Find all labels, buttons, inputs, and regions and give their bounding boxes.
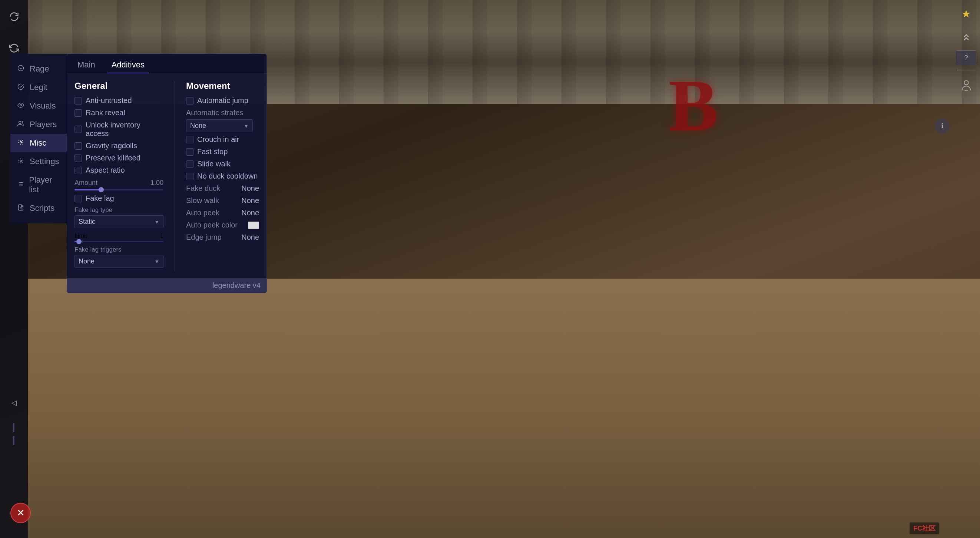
info-icon-btn[interactable]: ℹ — [935, 119, 950, 133]
fake-lag-type-dropdown[interactable]: Static ▼ — [75, 215, 164, 228]
fast-stop-label: Fast stop — [197, 148, 228, 156]
auto-jump-checkbox[interactable] — [186, 97, 194, 105]
chevrons-up-icon-btn[interactable] — [955, 27, 977, 48]
limit-slider-track[interactable] — [75, 241, 164, 242]
left-arrow-icon-btn[interactable]: ◁ — [5, 394, 23, 412]
nav-item-players[interactable]: Players — [10, 115, 67, 134]
player-list-icon — [16, 181, 24, 189]
crouch-in-air-checkbox[interactable] — [186, 136, 194, 143]
fake-lag-type-value: Static — [79, 218, 95, 225]
no-duck-cooldown-checkbox[interactable] — [186, 173, 194, 180]
fake-lag-triggers-label: Fake lag triggers — [75, 246, 164, 254]
auto-peek-value[interactable]: None — [241, 209, 259, 217]
anti-untrusted-checkbox[interactable] — [75, 97, 82, 105]
slide-walk-checkbox[interactable] — [186, 160, 194, 168]
fake-lag-type-label: Fake lag type — [75, 206, 164, 214]
checkbox-aspect-ratio[interactable]: Aspect ratio — [75, 166, 164, 175]
slide-walk-label: Slide walk — [197, 160, 231, 168]
checkbox-crouch-in-air[interactable]: Crouch in air — [186, 135, 259, 144]
dropdown-arrow-3: ▼ — [243, 123, 249, 129]
auto-peek-color-swatch[interactable] — [248, 222, 259, 229]
amount-label: Amount — [75, 179, 97, 187]
amount-slider-fill — [75, 189, 101, 190]
rage-icon — [16, 65, 25, 73]
checkbox-auto-jump[interactable]: Automatic jump — [186, 96, 259, 105]
checkbox-unlock-inventory[interactable]: Unlock inventory access — [75, 121, 164, 138]
nav-item-player-list[interactable]: Player list — [10, 171, 67, 199]
preserve-killfeed-checkbox[interactable] — [75, 154, 82, 162]
tab-main[interactable]: Main — [73, 57, 100, 73]
slow-walk-value[interactable]: None — [241, 196, 259, 205]
checkbox-slide-walk[interactable]: Slide walk — [186, 160, 259, 168]
checkbox-preserve-killfeed[interactable]: Preserve killfeed — [75, 154, 164, 162]
checkbox-no-duck-cooldown[interactable]: No duck cooldown — [186, 172, 259, 181]
tab-additives[interactable]: Additives — [107, 57, 149, 73]
amount-slider-row: Amount 1.00 — [75, 179, 164, 190]
movement-title: Movement — [186, 81, 259, 91]
nav-item-misc[interactable]: Misc — [10, 134, 67, 152]
legit-icon — [16, 83, 25, 92]
floor-texture — [28, 279, 980, 538]
fake-lag-type-row: Fake lag type Static ▼ — [75, 206, 164, 228]
players-icon — [16, 121, 25, 129]
watermark: FC社区 — [910, 522, 939, 534]
fake-lag-triggers-value: None — [79, 257, 94, 265]
checkbox-fast-stop[interactable]: Fast stop — [186, 148, 259, 156]
visuals-icon — [16, 102, 25, 110]
person-icon-btn[interactable] — [955, 75, 977, 95]
gravity-ragdolls-label: Gravity ragdolls — [86, 141, 137, 150]
watermark-text: FC社区 — [913, 524, 935, 533]
auto-peek-color-row: Auto peek color — [186, 221, 259, 229]
checkbox-fake-lag[interactable]: Fake lag — [75, 194, 164, 203]
amount-slider-track[interactable] — [75, 189, 164, 190]
nav-item-legit[interactable]: Legit — [10, 78, 67, 97]
svg-point-0 — [964, 80, 968, 84]
nav-item-scripts[interactable]: Scripts — [10, 199, 67, 217]
checkbox-rank-reveal[interactable]: Rank reveal — [75, 109, 164, 117]
b-map-symbol: B — [669, 63, 757, 152]
rank-reveal-checkbox[interactable] — [75, 109, 82, 117]
indicator-icon-1: | — [5, 421, 23, 432]
edge-jump-value[interactable]: None — [241, 233, 259, 241]
checkbox-gravity-ragdolls[interactable]: Gravity ragdolls — [75, 141, 164, 150]
svg-point-7 — [20, 141, 22, 143]
general-title: General — [75, 81, 164, 91]
settings-icon — [16, 157, 25, 166]
close-icon: ✕ — [17, 507, 25, 519]
rank-reveal-label: Rank reveal — [86, 109, 125, 117]
aspect-ratio-label: Aspect ratio — [86, 166, 125, 175]
aspect-ratio-checkbox[interactable] — [75, 167, 82, 174]
menu-panel: Main Additives General Anti-untrusted Ra… — [67, 54, 267, 293]
scripts-icon — [16, 204, 25, 213]
amount-slider-thumb[interactable] — [99, 187, 104, 192]
auto-strafes-section: Automatic strafes None ▼ — [186, 109, 259, 132]
auto-strafes-dropdown[interactable]: None ▼ — [186, 119, 253, 132]
general-section: General Anti-untrusted Rank reveal Unloc… — [75, 81, 164, 271]
nav-item-visuals[interactable]: Visuals — [10, 97, 67, 115]
no-duck-cooldown-label: No duck cooldown — [197, 172, 258, 181]
bottom-bar: legendware v4 — [67, 278, 267, 293]
fake-lag-triggers-dropdown[interactable]: None ▼ — [75, 255, 164, 268]
panel-body: General Anti-untrusted Rank reveal Unloc… — [67, 73, 267, 278]
fake-lag-checkbox[interactable] — [75, 195, 82, 202]
anti-untrusted-label: Anti-untrusted — [86, 96, 132, 105]
fast-stop-checkbox[interactable] — [186, 148, 194, 156]
star-icon-btn[interactable]: ★ — [955, 4, 977, 24]
version-text: legendware v4 — [212, 281, 261, 290]
gravity-ragdolls-checkbox[interactable] — [75, 142, 82, 150]
movement-section: Movement Automatic jump Automatic strafe… — [186, 81, 259, 271]
limit-slider-row: Limit 1 — [75, 233, 164, 242]
fake-duck-label: Fake duck — [186, 184, 220, 193]
dropdown-arrow-2: ▼ — [154, 259, 159, 265]
limit-slider-thumb[interactable] — [76, 239, 81, 244]
question-box-btn[interactable]: ? — [956, 51, 976, 65]
unlock-inventory-checkbox[interactable] — [75, 125, 82, 133]
auto-jump-label: Automatic jump — [197, 96, 248, 105]
fake-duck-value[interactable]: None — [241, 184, 259, 193]
refresh-icon-btn[interactable] — [5, 7, 23, 26]
tabs-bar: Main Additives — [67, 54, 267, 73]
nav-item-settings[interactable]: Settings — [10, 152, 67, 171]
close-button[interactable]: ✕ — [10, 503, 31, 523]
nav-item-rage[interactable]: Rage — [10, 60, 67, 78]
checkbox-anti-untrusted[interactable]: Anti-untrusted — [75, 96, 164, 105]
